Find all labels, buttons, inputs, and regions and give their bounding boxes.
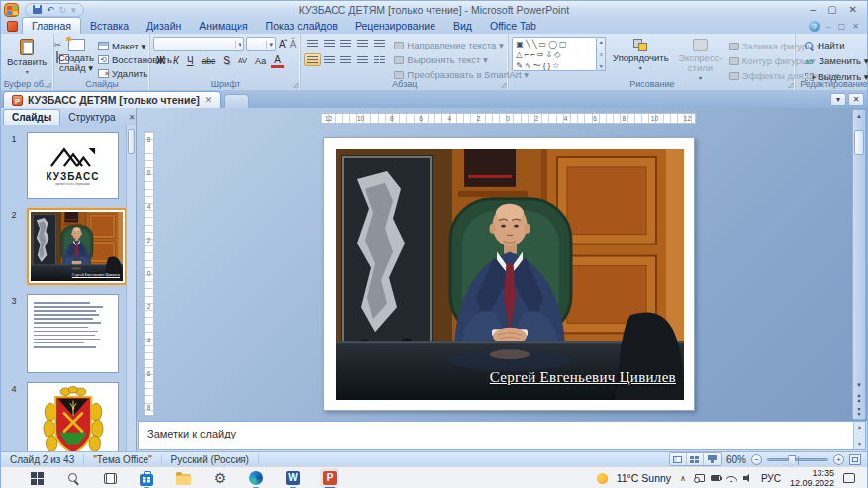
slide-3-thumbnail[interactable] — [27, 294, 119, 373]
underline-button[interactable]: Ч — [184, 54, 197, 68]
tab-review[interactable]: Рецензирование — [346, 18, 444, 34]
line-spacing-button[interactable] — [371, 37, 388, 49]
quick-styles-button[interactable]: Экспресс-стили▾ — [675, 37, 724, 85]
tab-view[interactable]: Вид — [444, 18, 481, 34]
zoom-slider[interactable] — [767, 458, 828, 461]
decrease-indent-button[interactable] — [338, 37, 354, 49]
language-indicator[interactable]: Русский (Россия) — [162, 454, 259, 465]
document-tab[interactable]: P КУЗБАСС ДЕТЯМ [только чтение] ✕ — [3, 91, 221, 108]
paragraph-dialog-launcher[interactable]: ◿ — [501, 81, 506, 89]
restore-button[interactable]: ▢ — [827, 1, 836, 18]
font-size-combo[interactable]: ▾ — [246, 37, 276, 51]
replace-button[interactable]: abЗаменить ▾ — [805, 54, 868, 68]
settings-button[interactable]: ⚙ — [210, 468, 230, 488]
paste-button[interactable]: Вставить ▾ — [4, 37, 49, 79]
task-view-button[interactable] — [100, 468, 120, 488]
text-shadow-button[interactable]: S — [220, 54, 233, 68]
notes-panel[interactable]: Заметки к слайду ▲▼ — [138, 421, 866, 450]
file-explorer-button[interactable] — [173, 468, 193, 488]
align-center-button[interactable] — [321, 53, 338, 66]
slide-4-thumbnail[interactable] — [27, 382, 119, 451]
slide-1-thumbnail[interactable]: КУЗБАСС время быть первыми — [27, 132, 119, 199]
tab-outline[interactable]: Структура — [60, 110, 123, 125]
slide-sorter-button[interactable] — [687, 453, 704, 465]
columns-button[interactable] — [371, 53, 388, 66]
normal-view-button[interactable] — [670, 453, 687, 465]
increase-indent-button[interactable] — [354, 37, 371, 49]
change-case-button[interactable]: Аа — [252, 54, 269, 68]
find-button[interactable]: Найти — [805, 39, 868, 52]
tab-office-tab[interactable]: Office Tab — [481, 18, 545, 34]
empty-document-tab[interactable] — [224, 94, 249, 108]
tab-home[interactable]: Главная — [22, 17, 81, 34]
char-spacing-button[interactable]: AV — [235, 54, 250, 68]
font-color-button[interactable]: А — [271, 54, 284, 68]
minimize-button[interactable]: – — [811, 1, 817, 18]
zoom-out-button[interactable]: − — [751, 454, 762, 465]
slide-editor[interactable]: Сергей Евгеньевич Цивилев — [323, 137, 695, 411]
tab-design[interactable]: Дизайн — [138, 18, 190, 34]
doc-close-button[interactable]: ✕ — [852, 22, 859, 31]
slide-caption[interactable]: Сергей Евгеньевич Цивилев — [490, 369, 676, 386]
tab-insert[interactable]: Вставка — [81, 18, 138, 34]
justify-button[interactable] — [354, 53, 371, 66]
drawing-dialog-launcher[interactable]: ◿ — [788, 81, 793, 89]
clipboard-dialog-launcher[interactable]: ◿ — [47, 81, 51, 89]
align-left-button[interactable] — [304, 53, 321, 66]
document-tab-close-icon[interactable]: ✕ — [205, 95, 213, 105]
scrollbar-thumb[interactable] — [854, 130, 864, 155]
tab-animation[interactable]: Анимация — [190, 18, 256, 34]
slide-2-thumbnail[interactable]: Сергей Евгеньевич Цивилев — [31, 212, 123, 281]
tray-chevron-icon[interactable]: ∧ — [680, 474, 686, 483]
edge-browser-button[interactable] — [246, 468, 266, 488]
start-button[interactable] — [27, 468, 47, 488]
slideshow-button[interactable] — [704, 453, 721, 465]
bold-button[interactable]: Ж — [153, 54, 168, 68]
language-switcher[interactable]: РУС — [761, 473, 781, 484]
thumbnails-scrollbar[interactable] — [126, 125, 136, 451]
tab-slideshow[interactable]: Показ слайдов — [257, 18, 346, 34]
align-right-button[interactable] — [338, 53, 354, 66]
clock[interactable]: 13:35 12.09.2022 — [790, 468, 834, 488]
help-icon[interactable]: ? — [809, 21, 820, 32]
scroll-down-icon[interactable]: ▼ — [856, 379, 862, 391]
horizontal-ruler[interactable]: 12108642024681012 — [320, 113, 696, 124]
powerpoint-button[interactable]: P — [320, 468, 339, 488]
shapes-gallery-scrollbar[interactable]: ▲≡▼ — [597, 37, 606, 71]
numbering-button[interactable] — [321, 37, 338, 49]
zoom-slider-thumb[interactable] — [788, 455, 796, 465]
display-sync-icon[interactable] — [695, 474, 705, 482]
arrange-button[interactable]: Упорядочить▾ — [610, 37, 671, 85]
new-slide-button[interactable]: Создать слайд ▾ — [57, 37, 95, 83]
grow-font-button[interactable]: А̂ — [278, 38, 287, 51]
tab-list-dropdown[interactable]: ▾ — [830, 93, 846, 106]
shrink-font-button[interactable]: А̌ — [289, 38, 298, 51]
previous-slide-button[interactable]: ▲▲ — [857, 391, 862, 405]
vertical-ruler[interactable]: 864202468 — [144, 131, 154, 416]
notification-center-icon[interactable] — [843, 473, 855, 483]
wifi-icon[interactable] — [726, 474, 737, 482]
battery-icon[interactable] — [711, 475, 721, 481]
taskbar-search[interactable] — [63, 468, 83, 488]
next-slide-button[interactable]: ▼▼ — [857, 405, 862, 419]
fit-to-window-button[interactable] — [849, 454, 861, 465]
doc-restore-button[interactable]: ▢ — [838, 22, 846, 31]
scroll-up-icon[interactable]: ▲ — [856, 110, 862, 122]
tab-slides-thumbnails[interactable]: Слайды — [3, 109, 60, 125]
vertical-scrollbar[interactable]: ▲ ▼ ▲▲ ▼▼ — [852, 109, 866, 420]
speaker-icon[interactable] — [743, 474, 752, 482]
bullets-button[interactable] — [304, 37, 321, 49]
microsoft-store-button[interactable] — [137, 468, 156, 488]
weather-widget[interactable]: 11°C Sunny — [617, 472, 671, 484]
notes-scrollbar[interactable]: ▲▼ — [853, 422, 865, 449]
word-button[interactable]: W — [283, 468, 303, 488]
doc-minimize-button[interactable]: – — [826, 22, 830, 31]
font-dialog-launcher[interactable]: ◿ — [293, 81, 298, 89]
shapes-gallery[interactable]: ▣╲╲▭◯▢ △⌐⌐⇨⇩◇ ✎∿〜{}☆ — [512, 37, 597, 71]
close-button[interactable]: ✕ — [849, 1, 857, 18]
strikethrough-button[interactable]: abc — [199, 54, 219, 68]
tab-bar-close-button[interactable]: ✕ — [848, 93, 864, 106]
zoom-in-button[interactable]: + — [833, 454, 844, 465]
italic-button[interactable]: К — [170, 54, 182, 68]
font-name-combo[interactable]: ▾ — [153, 37, 244, 51]
